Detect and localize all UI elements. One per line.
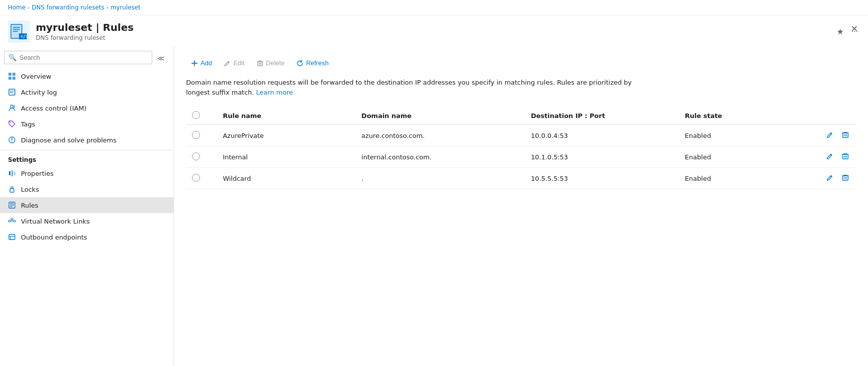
row-actions-2 — [794, 168, 856, 189]
sidebar-item-locks-label: Locks — [21, 186, 39, 193]
col-header-check — [186, 107, 217, 125]
row-domain-1: internal.contoso.com. — [356, 146, 525, 168]
col-header-dest-ip: Destination IP : Port — [525, 107, 679, 125]
learn-more-link[interactable]: Learn more — [256, 89, 293, 96]
title-block: myruleset | Rules DNS forwarding ruleset — [36, 21, 829, 41]
activity-log-icon — [8, 88, 16, 96]
diagnose-icon — [8, 136, 16, 144]
svg-rect-24 — [10, 189, 14, 192]
breadcrumb-current: myruleset — [110, 4, 140, 11]
search-input[interactable] — [19, 54, 148, 61]
row-radio-cell — [186, 146, 217, 168]
table-row: Wildcard . 10.5.5.5:53 Enabled — [186, 168, 856, 189]
svg-point-30 — [13, 220, 15, 222]
row-edit-button-1[interactable] — [825, 151, 835, 162]
collapse-sidebar-button[interactable]: ≪ — [154, 51, 168, 65]
svg-rect-10 — [8, 77, 11, 80]
row-radio-cell — [186, 125, 217, 146]
svg-point-17 — [10, 122, 11, 123]
outbound-endpoints-icon — [8, 233, 16, 241]
search-icon: 🔍 — [8, 54, 16, 61]
sidebar-item-diagnose-label: Diagnose and solve problems — [21, 136, 116, 144]
sidebar-item-properties[interactable]: Properties — [0, 165, 174, 181]
sidebar-item-outbound-endpoints-label: Outbound endpoints — [21, 234, 87, 241]
tags-icon — [8, 120, 16, 128]
sidebar-item-properties-label: Properties — [21, 170, 54, 177]
main-content: Add Edit Delete Refresh Domain name reso… — [174, 46, 868, 366]
col-header-actions — [794, 107, 856, 125]
sidebar-item-diagnose[interactable]: Diagnose and solve problems — [0, 132, 174, 148]
sidebar-item-activity-log[interactable]: Activity log — [0, 84, 174, 100]
edit-icon — [224, 60, 231, 67]
row-edit-button-0[interactable] — [825, 130, 835, 141]
sidebar-item-outbound-endpoints[interactable]: Outbound endpoints — [0, 229, 174, 245]
svg-point-20 — [11, 141, 12, 142]
settings-section-label: Settings — [0, 150, 174, 165]
sidebar-item-rules[interactable]: Rules — [0, 197, 174, 213]
search-box[interactable]: 🔍 — [4, 51, 152, 64]
table-row: AzurePrivate azure.contoso.com. 10.0.0.4… — [186, 125, 856, 146]
page-header: </> myruleset | Rules DNS forwarding rul… — [0, 15, 868, 46]
info-text: Domain name resolution requests will be … — [186, 78, 634, 97]
col-header-rule-state: Rule state — [679, 107, 794, 125]
svg-rect-11 — [12, 77, 15, 80]
sidebar-item-activity-log-label: Activity log — [21, 89, 57, 96]
row-delete-button-2[interactable] — [841, 173, 850, 184]
row-rule-name-1: Internal — [217, 146, 356, 168]
rules-table: Rule name Domain name Destination IP : P… — [186, 107, 856, 189]
svg-point-29 — [8, 220, 10, 222]
header-radio[interactable] — [192, 111, 200, 119]
row-state-2: Enabled — [679, 168, 794, 189]
row-dest-ip-2: 10.5.5.5:53 — [525, 168, 679, 189]
col-header-rule-name: Rule name — [217, 107, 356, 125]
add-icon — [191, 60, 198, 67]
sidebar-item-tags-label: Tags — [21, 121, 35, 128]
row-actions-1 — [794, 146, 856, 168]
favorite-button[interactable]: ★ — [835, 25, 846, 38]
sidebar-item-tags[interactable]: Tags — [0, 116, 174, 132]
sidebar-item-access-control[interactable]: Access control (IAM) — [0, 100, 174, 116]
sidebar-item-locks[interactable]: Locks — [0, 181, 174, 197]
virtual-network-links-icon — [8, 217, 16, 225]
sidebar-item-virtual-network-links[interactable]: Virtual Network Links — [0, 213, 174, 229]
row-radio-cell — [186, 168, 217, 189]
resource-icon: </> — [8, 20, 30, 42]
row-dest-ip-0: 10.0.0.4:53 — [525, 125, 679, 146]
row-edit-button-2[interactable] — [825, 173, 835, 184]
overview-icon — [8, 72, 16, 80]
svg-rect-9 — [12, 73, 15, 76]
row-radio-0[interactable] — [192, 131, 200, 139]
row-radio-1[interactable] — [192, 152, 200, 160]
rules-icon — [8, 201, 16, 209]
edit-button[interactable]: Edit — [219, 56, 249, 70]
row-delete-button-1[interactable] — [841, 151, 850, 162]
svg-text:</>: </> — [20, 34, 29, 39]
sidebar-item-rules-label: Rules — [21, 202, 38, 209]
refresh-button[interactable]: Refresh — [291, 56, 334, 70]
breadcrumb-home[interactable]: Home — [8, 4, 25, 11]
svg-rect-8 — [8, 73, 11, 76]
row-state-0: Enabled — [679, 125, 794, 146]
row-rule-name-2: Wildcard — [217, 168, 356, 189]
close-button[interactable]: ✕ — [849, 21, 860, 36]
refresh-icon — [296, 60, 303, 67]
toolbar: Add Edit Delete Refresh — [186, 56, 856, 70]
svg-rect-22 — [11, 170, 13, 176]
delete-icon — [257, 60, 264, 67]
page-subtitle: DNS forwarding ruleset — [36, 34, 829, 41]
row-state-1: Enabled — [679, 146, 794, 168]
sidebar-item-overview[interactable]: Overview — [0, 68, 174, 84]
delete-button[interactable]: Delete — [252, 56, 290, 70]
sidebar: 🔍 ≪ Overview Activity log Access control… — [0, 46, 174, 366]
svg-rect-23 — [14, 172, 15, 175]
col-header-domain-name: Domain name — [356, 107, 525, 125]
add-button[interactable]: Add — [186, 56, 217, 70]
sidebar-item-virtual-network-links-label: Virtual Network Links — [21, 218, 90, 225]
access-control-icon — [8, 104, 16, 112]
svg-point-31 — [11, 218, 13, 220]
row-delete-button-0[interactable] — [841, 130, 850, 141]
breadcrumb-dns-rulesets[interactable]: DNS forwarding rulesets — [32, 4, 104, 11]
row-radio-2[interactable] — [192, 174, 200, 182]
row-dest-ip-1: 10.1.0.5:53 — [525, 146, 679, 168]
sidebar-item-overview-label: Overview — [21, 73, 51, 80]
